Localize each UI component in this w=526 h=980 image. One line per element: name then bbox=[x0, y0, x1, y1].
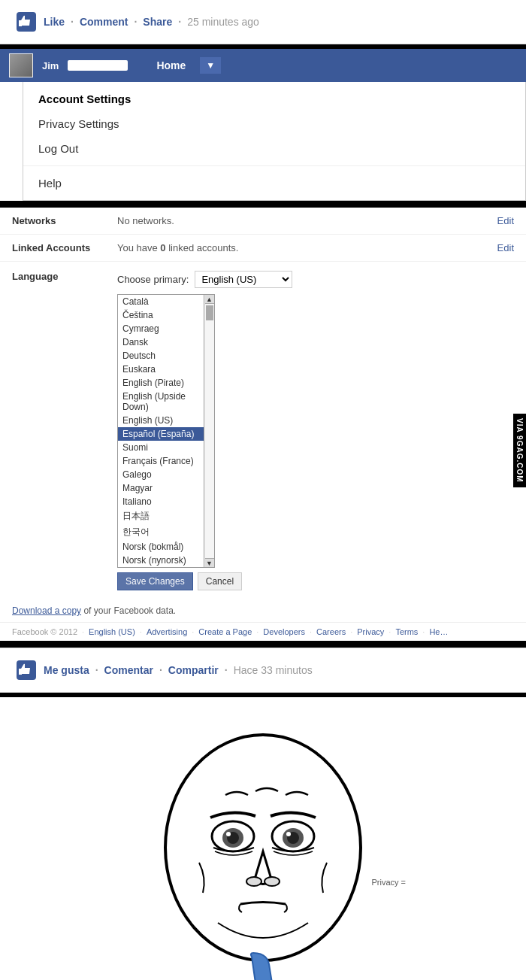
like-label-top[interactable]: Like bbox=[44, 16, 65, 28]
fb-dropdown-menu: Account Settings Privacy Settings Log Ou… bbox=[23, 82, 526, 201]
footer-advertising[interactable]: Advertising bbox=[147, 627, 187, 636]
networks-row: Networks No networks. Edit bbox=[0, 208, 526, 235]
networks-label: Networks bbox=[12, 215, 117, 226]
lang-option-dansk[interactable]: Dansk bbox=[118, 335, 204, 349]
lang-option-pirate[interactable]: English (Pirate) bbox=[118, 376, 204, 390]
lang-option-english-us[interactable]: English (US) bbox=[118, 414, 204, 427]
lang-option-galego[interactable]: Galego bbox=[118, 468, 204, 481]
dot1-top: · bbox=[71, 16, 74, 28]
language-controls: Choose primary: English (US) Català Češt… bbox=[117, 271, 514, 590]
share-label-bottom[interactable]: Compartir bbox=[168, 664, 219, 676]
lang-option-francais[interactable]: Français (France) bbox=[118, 454, 204, 468]
language-label: Language bbox=[12, 271, 117, 282]
svg-point-14 bbox=[265, 877, 280, 886]
lang-option-cestina[interactable]: Čeština bbox=[118, 308, 204, 322]
scrollbar-up-arrow[interactable]: ▲ bbox=[205, 295, 214, 304]
choose-primary-line: Choose primary: English (US) bbox=[117, 271, 514, 288]
lang-option-espanol-espana[interactable]: Español (España) bbox=[118, 427, 204, 441]
download-copy-row: Download a copy of your Facebook data. bbox=[0, 599, 526, 622]
language-list[interactable]: Català Čeština Cymraeg Dansk Deutsch Eus… bbox=[117, 294, 204, 568]
menu-item-privacy-settings[interactable]: Privacy Settings bbox=[23, 111, 525, 136]
footer-privacy[interactable]: Privacy bbox=[357, 627, 384, 636]
choose-primary-text: Choose primary: bbox=[117, 274, 189, 285]
dot2-bottom: · bbox=[159, 664, 162, 676]
linked-accounts-value: You have 0 linked accounts. bbox=[117, 242, 490, 253]
fb-home-link[interactable]: Home bbox=[156, 59, 186, 71]
lang-option-euskara[interactable]: Euskara bbox=[118, 363, 204, 376]
download-copy-link[interactable]: Download a copy bbox=[12, 605, 81, 616]
meme-section: Privacy = bbox=[0, 697, 526, 980]
lang-option-norsk-bokmal[interactable]: Norsk (bokmål) bbox=[118, 540, 204, 554]
footer-terms[interactable]: Terms bbox=[395, 627, 418, 636]
svg-point-8 bbox=[226, 832, 231, 836]
fb-username-blurred bbox=[68, 60, 128, 71]
footer-developers[interactable]: Developers bbox=[263, 627, 305, 636]
lang-option-japanese[interactable]: 日本語 bbox=[118, 508, 204, 524]
scrollbar-thumb[interactable] bbox=[206, 305, 213, 320]
lang-option-magyar[interactable]: Magyar bbox=[118, 481, 204, 495]
lang-option-italiano[interactable]: Italiano bbox=[118, 495, 204, 508]
language-row: Language Choose primary: English (US) Ca… bbox=[0, 262, 526, 599]
save-cancel-line: Save Changes Cancel bbox=[117, 572, 514, 590]
download-copy-suffix: of your Facebook data. bbox=[81, 605, 176, 616]
menu-divider bbox=[23, 165, 525, 166]
fb-nav-section: Jim Home ▼ Account Settings Privacy Sett… bbox=[0, 49, 526, 203]
like-label-bottom[interactable]: Me gusta bbox=[44, 664, 89, 676]
language-dropdown-container: Català Čeština Cymraeg Dansk Deutsch Eus… bbox=[117, 294, 514, 568]
svg-point-12 bbox=[286, 832, 291, 836]
scrollbar-track: ▲ ▼ bbox=[204, 294, 215, 568]
footer-careers[interactable]: Careers bbox=[316, 627, 346, 636]
comment-label-top[interactable]: Comment bbox=[80, 16, 128, 28]
lang-option-korean[interactable]: 한국어 bbox=[118, 524, 204, 540]
lang-option-suomi[interactable]: Suomi bbox=[118, 441, 204, 454]
lang-option-catala[interactable]: Català bbox=[118, 295, 204, 308]
linked-accounts-row: Linked Accounts You have 0 linked accoun… bbox=[0, 235, 526, 262]
footer-english-us[interactable]: English (US) bbox=[89, 627, 135, 636]
privacy-equals-label: Privacy = bbox=[371, 878, 406, 887]
like-icon-top bbox=[15, 11, 38, 33]
fb-topbar: Jim Home ▼ bbox=[0, 49, 526, 82]
menu-item-help[interactable]: Help bbox=[23, 171, 525, 196]
share-label-top[interactable]: Share bbox=[143, 16, 172, 28]
svg-rect-1 bbox=[19, 20, 22, 26]
time-bottom: Hace 33 minutos bbox=[234, 664, 313, 676]
lang-option-deutsch[interactable]: Deutsch bbox=[118, 349, 204, 363]
settings-section: Networks No networks. Edit Linked Accoun… bbox=[0, 208, 526, 643]
avatar bbox=[9, 53, 33, 77]
fb-username: Jim bbox=[42, 60, 59, 71]
footer-help[interactable]: He… bbox=[429, 627, 448, 636]
dot3-bottom: · bbox=[225, 664, 228, 676]
networks-value: No networks. bbox=[117, 215, 490, 226]
meme-face-svg bbox=[135, 720, 391, 980]
comment-label-bottom[interactable]: Comentar bbox=[104, 664, 153, 676]
fb-footer: Facebook © 2012 · English (US) · Adverti… bbox=[0, 622, 526, 641]
cancel-button[interactable]: Cancel bbox=[198, 572, 242, 590]
footer-create-page[interactable]: Create a Page bbox=[198, 627, 252, 636]
time-top: 25 minutes ago bbox=[187, 16, 259, 28]
linked-accounts-edit[interactable]: Edit bbox=[497, 242, 514, 253]
like-icon-bottom bbox=[15, 659, 38, 681]
dot1-bottom: · bbox=[95, 664, 98, 676]
fb-dropdown-button[interactable]: ▼ bbox=[199, 56, 222, 74]
menu-item-log-out[interactable]: Log Out bbox=[23, 136, 525, 161]
like-bar-bottom: Me gusta · Comentar · Compartir · Hace 3… bbox=[0, 648, 526, 693]
dot2-top: · bbox=[134, 16, 137, 28]
lang-option-cymraeg[interactable]: Cymraeg bbox=[118, 322, 204, 335]
svg-rect-3 bbox=[19, 669, 22, 675]
avatar-image bbox=[10, 54, 32, 77]
linked-accounts-label: Linked Accounts bbox=[12, 242, 117, 253]
watermark: VIA 9GAG.COM bbox=[513, 414, 526, 487]
svg-point-13 bbox=[246, 877, 261, 886]
dot3-top: · bbox=[178, 16, 181, 28]
save-changes-button[interactable]: Save Changes bbox=[117, 572, 193, 590]
lang-option-upside-down[interactable]: English (Upside Down) bbox=[118, 390, 204, 414]
language-select-input[interactable]: English (US) bbox=[195, 271, 292, 288]
networks-edit[interactable]: Edit bbox=[497, 215, 514, 226]
like-bar-top: Like · Comment · Share · 25 minutes ago bbox=[0, 0, 526, 44]
lang-option-norsk-nynorsk[interactable]: Norsk (nynorsk) bbox=[118, 554, 204, 567]
footer-copyright: Facebook © 2012 bbox=[12, 627, 77, 636]
menu-item-account-settings[interactable]: Account Settings bbox=[23, 86, 525, 111]
scrollbar-down-arrow[interactable]: ▼ bbox=[205, 558, 214, 567]
